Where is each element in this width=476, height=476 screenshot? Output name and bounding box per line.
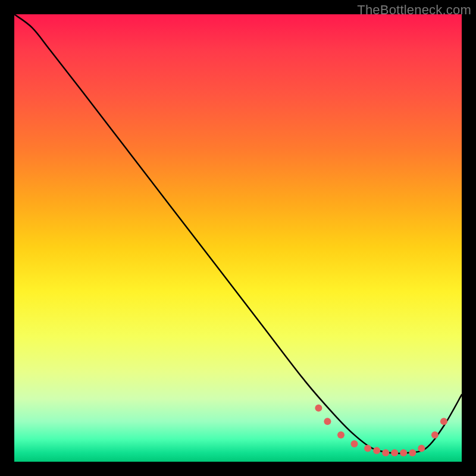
highlight-dot (400, 449, 407, 456)
plot-area (14, 14, 462, 462)
highlight-dot (382, 449, 389, 456)
highlight-dot (440, 418, 447, 425)
curve-svg (14, 14, 462, 462)
highlight-dots (315, 405, 447, 456)
highlight-dot (364, 444, 371, 452)
highlight-dot (431, 431, 439, 439)
highlight-dot (324, 418, 331, 425)
highlight-dot (315, 405, 322, 412)
highlight-dot (373, 447, 380, 454)
bottleneck-curve (14, 14, 462, 453)
highlight-dot (337, 431, 345, 439)
highlight-dot (351, 440, 358, 447)
highlight-dot (391, 449, 398, 456)
chart-stage: TheBottleneck.com (0, 0, 476, 476)
highlight-dot (418, 444, 425, 452)
highlight-dot (409, 449, 416, 456)
